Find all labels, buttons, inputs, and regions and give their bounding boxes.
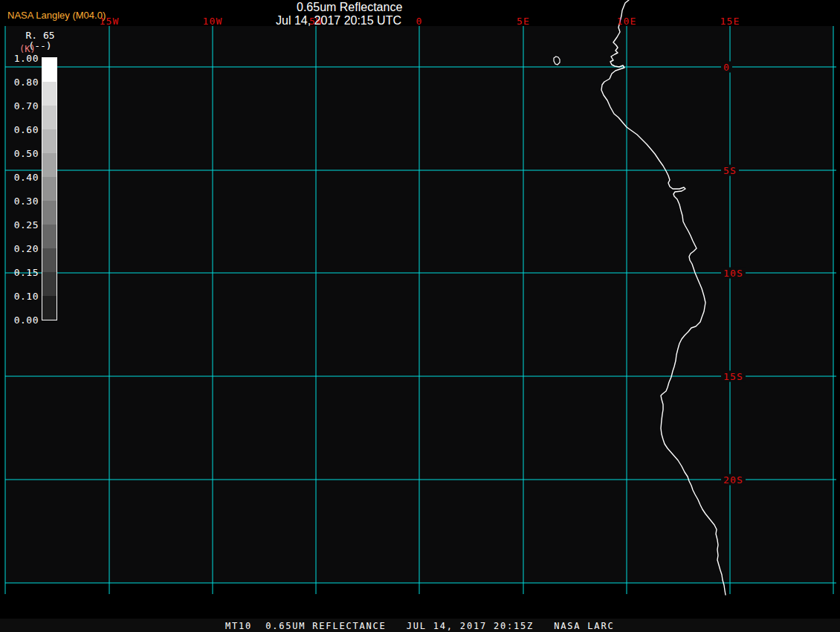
- colorbar-tick-label: 0.50: [6, 148, 39, 159]
- colorbar-tick-label: 0.15: [6, 267, 39, 278]
- page-title: 0.65um Reflectance: [297, 1, 402, 14]
- colorbar-segment: [42, 106, 56, 129]
- colorbar-segment: [42, 272, 56, 296]
- colorbar-gradient: [42, 57, 57, 320]
- colorbar-subtitle: (--): [25, 40, 55, 51]
- status-bar: MT10 0.65UM REFLECTANCE JUL 14, 2017 20:…: [0, 619, 840, 632]
- colorbar-segment: [42, 225, 56, 248]
- colorbar-segment: [42, 82, 56, 106]
- colorbar-tick-label: 0.60: [6, 124, 39, 135]
- map-canvas: [0, 0, 840, 632]
- colorbar-tick-label: 0.25: [6, 219, 39, 230]
- status-bar-text: MT10 0.65UM REFLECTANCE JUL 14, 2017 20:…: [225, 621, 614, 631]
- satellite-viewer-screen: NASA Langley (M04.0) 0.65um Reflectance …: [0, 0, 840, 632]
- latitude-label: 20S: [721, 474, 746, 486]
- latitude-label: 0: [721, 62, 732, 73]
- longitude-label: 10W: [202, 16, 222, 27]
- brand-label: NASA Langley (M04.0): [7, 10, 106, 21]
- longitude-label: 15E: [720, 16, 740, 27]
- colorbar-tick-label: 0.30: [6, 196, 39, 207]
- colorbar-segment: [42, 248, 56, 272]
- latitude-label: 15S: [721, 371, 746, 382]
- timestamp-title: Jul 14, 2017 20:15 UTC: [276, 14, 401, 28]
- colorbar-segment: [42, 58, 56, 82]
- longitude-label: 0: [416, 16, 422, 27]
- colorbar-segment: [42, 153, 56, 177]
- latitude-label: 10S: [721, 268, 746, 279]
- colorbar-tick-label: 0.20: [6, 243, 39, 254]
- colorbar-title: R. 65: [22, 30, 58, 41]
- colorbar-segment: [42, 201, 56, 225]
- colorbar-tick-label: 1.00: [6, 53, 39, 64]
- colorbar-tick-label: 0.70: [6, 100, 39, 112]
- colorbar-segment: [42, 129, 56, 153]
- colorbar-segment: [42, 296, 56, 320]
- colorbar-tick-label: 0.00: [6, 315, 39, 326]
- colorbar-tick-label: 0.80: [6, 77, 39, 88]
- longitude-label: 5E: [517, 16, 530, 27]
- colorbar-tick-label: 0.10: [6, 291, 39, 302]
- colorbar-segment: [42, 177, 56, 201]
- latitude-label: 5S: [721, 165, 739, 176]
- longitude-label: 10E: [616, 16, 636, 27]
- colorbar-tick-label: 0.40: [6, 172, 39, 183]
